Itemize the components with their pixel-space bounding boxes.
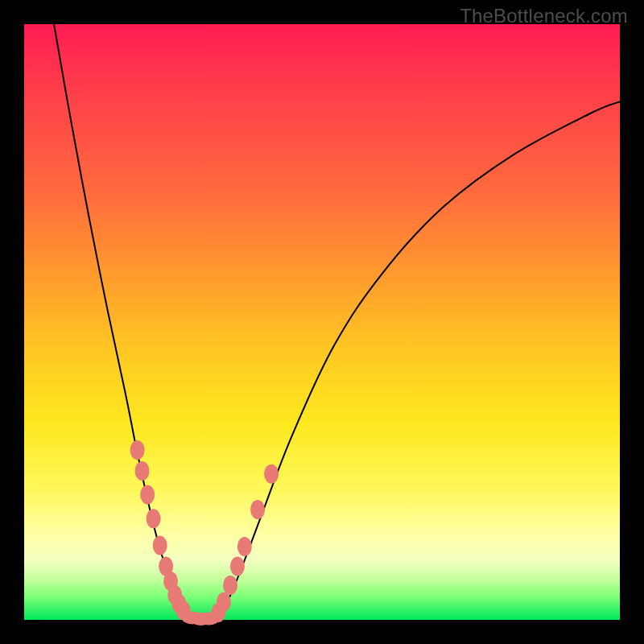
curve-group [54,24,620,620]
bead-group [130,440,279,625]
bead-right-2 [223,576,237,595]
bead-right-5 [250,500,265,519]
bead-left-2 [140,485,155,505]
bead-right-3 [230,556,245,576]
bead-left-3 [147,509,161,528]
chart-frame: TheBottleneck.com [0,0,644,644]
bead-right-1 [217,592,231,612]
curve-svg [24,24,620,620]
bead-left-1 [135,461,150,481]
bead-right-4 [237,537,252,556]
bead-left-0 [130,440,145,460]
plot-area [24,24,620,620]
v-curve [54,24,620,620]
bead-left-4 [153,536,167,555]
bead-right-6 [264,464,279,484]
